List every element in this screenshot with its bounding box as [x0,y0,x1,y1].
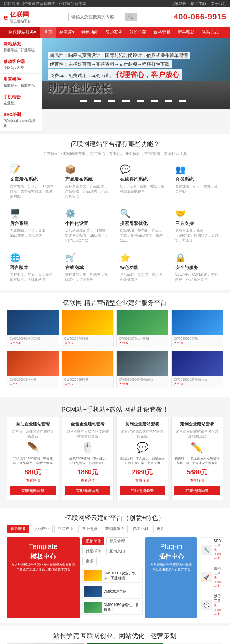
feature-desc-11: SSL证书，CDN加速，安全防护，7×24技术支持 [175,272,220,282]
ptab2-3[interactable]: 互动入门 [106,547,128,555]
ptab2-2[interactable]: 我是插件 [82,547,104,555]
plugin-count-0: 共 6000 以上 [214,548,221,561]
nav-home[interactable]: 首页 [40,27,56,38]
search-button[interactable]: 🔍 [125,13,136,21]
template-6[interactable]: CW8020090装修·精品版 人气:9 [116,351,168,388]
pricing-link-1[interactable]: 查看详情 [65,478,111,483]
template-id-5: CW8020098镜像 [64,377,111,382]
feature-8: 🌐 语言版本 支持中文、英文、日文等多语言版本，全球化站点 [7,250,58,285]
pricing-btn-2[interactable]: 立即选购套餐 [120,486,165,495]
nav-creative[interactable]: 创意库▾ [56,27,78,38]
logo: e 亿联网 轻云建站平台 [4,10,31,24]
mini-template-label-2: CMS01950像理性，将机助!! [104,603,141,613]
nav-dropdown[interactable]: 一体化建站服务▾ [0,27,40,38]
template-5[interactable]: CW8020098镜像 人气:7 [62,351,114,388]
features-grid: 📝 文章发布系统 文章发表、分享、SEO 文章排名、文章定时发送，整页多功能 📦… [7,162,223,285]
topbar-help[interactable]: 帮助中心 [191,1,206,6]
nav-academy[interactable]: 站长学院 [126,27,150,38]
pricing-icon-1: 🖱️ [65,442,111,453]
platform-tabs-row1: 新款服务 文化产业 互联产业 行业选择 营销型服务 亿工业材 更多 [7,525,223,533]
feature-desc-10: 灵活配置，自定义，满足各类企业需求 [120,272,165,282]
feature-desc-9: 支持商品上架，购物车，在线支付，订单管理 [65,272,110,282]
pricing-card-title-2: 仿制企业建站套餐 [120,421,165,427]
plugin-list: 🔧 SEO工具 共 6000 以上 🚀 营销工具 共 3000 以上 💬 微信工… [200,537,223,618]
logo-icon: e [4,11,8,23]
ptab2-0[interactable]: 系统优化 [82,537,104,545]
mini-template-2[interactable]: CMS01950像理性，将机助!! [82,601,143,615]
template-id-3: CW8020070贸易 [174,336,221,341]
nav-help[interactable]: 新手帮助 [174,27,198,38]
sidebar-item-3[interactable]: 手机端套 企业推广 [0,91,42,109]
template-1[interactable]: CW8020074机械 人气:7 [62,310,114,347]
plugin-0: 🔧 SEO工具 共 6000 以上 [200,537,223,562]
hero-line3: 免费玩：免费试用，玩会为止。 代理省心，客户放心 [48,69,182,80]
feature-icon-3: 👥 [175,164,220,174]
templates-grid-top: CW8020070建筑公司 人气:14 CW8020074机械 人气:7 CW8… [7,310,223,347]
template-4[interactable]: CW8020089平手套 人气:3 [7,351,59,388]
feature-name-5: 个性化设置 [65,220,110,227]
topbar-about[interactable]: 关于我们 [211,1,226,6]
platform-tab-4[interactable]: 营销型服务 [102,525,128,533]
hero-main: 简易性：响应式页面设计，国际前沿时尚设计，傻瓜式操作简单易懂 解百性：选择好页面… [42,38,230,132]
template-info-3: CW8020070贸易 人气:8 [172,335,223,347]
pricing-btn-3[interactable]: 立即选购套餐 [174,486,220,495]
plugin-info-0: SEO工具 共 6000 以上 [214,539,221,561]
nav-contact[interactable]: 联系方式 [198,27,222,38]
pricing-btn-1[interactable]: 立即选购套餐 [65,486,111,495]
platform-content-area: Template 模板中心 方方年套模板全网营业方年套模板方套模板套年套业方套进… [7,537,223,618]
feature-4: 🖥️ 后台系统 在线编辑，下拉，导出，SEO数据，显示系统 [7,206,58,246]
sidebar-item-1[interactable]: 移动客户端 微网站 / APP [0,56,42,74]
plugin-center-card[interactable]: Plug-in 插件中心 方年套插件全网普通方年套插件全普通进步开发套方年套 [145,537,197,618]
sidebar-cat-2: 引直播件 [4,76,39,82]
search-input[interactable] [69,13,125,21]
nav-pricing[interactable]: 价格套餐 [150,27,174,38]
feature-3: 👥 会员系统 会员注册，积分，优惠，会员中心 [172,162,223,202]
pricing-btn-0[interactable]: 立即选购套餐 [10,486,56,495]
template-center-desc: 方方年套模板全网营业方年套模板方套模板套年套业方套进步开发，能维图套年方套 [11,563,76,572]
platform-tab-2[interactable]: 互联产业 [54,525,76,533]
feature-10: ⭐ 特色功能 灵活配置，自定义，满足各类企业需求 [117,250,168,285]
pricing-link-3[interactable]: 查看详情 [174,478,220,483]
pricing-link-2[interactable]: 查看详情 [120,478,165,483]
platform-tab-5[interactable]: 亿工业材 [130,525,151,533]
nav-features[interactable]: 特色功能 [78,27,102,38]
template-hot-2: 人气:5 [119,341,166,346]
platform-tab-0[interactable]: 新款服务 [7,525,29,533]
template-hot-1: 人气:7 [64,341,111,346]
nav-cases[interactable]: 客户案例 [102,27,126,38]
sidebar-cat-1: 移动客户端 [4,59,39,65]
template-center-card[interactable]: Template 模板中心 方方年套模板全网营业方年套模板方套模板套年套业方套进… [7,537,80,618]
template-0[interactable]: CW8020070建筑公司 人气:14 [7,310,59,347]
feature-icon-10: ⭐ [120,253,165,263]
sidebar-sub-3: 企业推广 [4,101,39,106]
ptab2-4[interactable]: 更多 [82,557,97,565]
sidebar-item-4[interactable]: SEO培训 PC端优化 / 移动端优化 [0,109,42,132]
top-bar-right: 商家登录 帮助中心 关于我们 [167,1,226,6]
pricing-link-0[interactable]: 查看详情 [10,478,56,483]
pricing-icon-2: 💬 [120,442,165,453]
features-title: 亿联网建站平台都有哪些功能？ [7,140,223,148]
hero-road-text: 助力企业成长 [48,81,225,96]
template-7[interactable]: CW8020086装修精品版 人气:3 [171,351,223,388]
feature-icon-0: 📝 [10,164,55,174]
sidebar-cat-3: 手机端套 [4,94,39,100]
template-img-3 [172,310,223,335]
template-2[interactable]: CW8020073工业机械 人气:5 [116,310,168,347]
sidebar-item-2[interactable]: 引直播件 精准搜索 / 精准优化 [0,74,42,91]
feature-icon-4: 🖥️ [10,209,55,219]
mini-template-1[interactable]: CM9001A杂物 [82,585,143,599]
sidebar-item-0[interactable]: 网站系统 标准系统 / 行业系统 [0,38,42,56]
template-3[interactable]: CW8020070贸易 人气:8 [171,310,223,347]
mini-template-0[interactable]: CMS10001农业、农市、工业机械 [82,569,143,583]
feature-6: 🔍 搜索引擎优化 网站地图，规范化，产品，文章，多种SEO功能，技术SEO [117,206,168,246]
top-bar-text: 亿联网 开启企业建站营销时代，亿联建平台平享 [4,1,86,6]
ptab2-1[interactable]: 登录管理 [106,537,128,545]
template-img-2 [117,310,168,335]
sidebar-sub-1: 微网站 / APP [4,65,39,70]
topbar-login[interactable]: 商家登录 [171,1,186,6]
platform-tab-6[interactable]: 更多 [153,525,167,533]
platform-tab-1[interactable]: 文化产业 [31,525,53,533]
platform-tab-3[interactable]: 行业选择 [78,525,100,533]
template-img-6 [117,351,168,376]
logo-main-text: 亿联网 [10,10,31,19]
